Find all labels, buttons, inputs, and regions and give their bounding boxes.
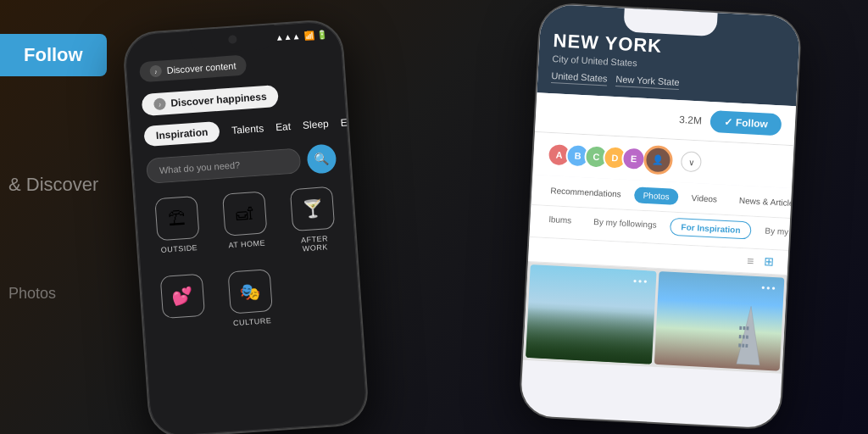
svg-rect-4 — [739, 335, 742, 338]
tab-inspiration[interactable]: For Inspiration — [670, 218, 752, 240]
search-button[interactable]: 🔍 — [306, 143, 337, 174]
checkmark-icon: ✓ — [724, 116, 733, 129]
signal-icon: ▲▲▲ — [275, 31, 300, 42]
camera-left — [228, 35, 237, 44]
svg-rect-9 — [745, 344, 748, 348]
phone-left: ▲▲▲ 📶 🔋 ♪ Discover content ♪ Discover ha… — [122, 19, 370, 434]
background-follow-button[interactable]: Follow — [0, 34, 107, 76]
tag-talents[interactable]: Talents — [231, 122, 264, 136]
dropdown-button[interactable]: ∨ — [681, 151, 702, 172]
music-icon-2: ♪ — [153, 97, 166, 110]
search-input[interactable]: What do you need? — [146, 147, 302, 184]
grid-view-btn[interactable]: ⊞ — [764, 254, 775, 269]
after-work-icon: 🍸 — [290, 186, 335, 231]
avatar-5: E — [621, 147, 646, 171]
tag-inspiration[interactable]: Inspiration — [143, 121, 220, 147]
photo-2-dots: ••• — [761, 281, 777, 294]
photo-1-trees — [526, 307, 654, 364]
phone-right: NEW YORK City of United States United St… — [518, 2, 802, 431]
discover-header: ♪ Discover content — [139, 49, 330, 83]
background-discover-text: & Discover — [0, 174, 98, 196]
icon-after-work[interactable]: 🍸 AFTER WORK — [284, 186, 342, 253]
culture-icon: 🎭 — [227, 269, 272, 314]
photos-grid: ••• ••• — [523, 262, 787, 374]
icon-culture[interactable]: 🎭 CULTURE — [221, 269, 279, 328]
left-phone-content: ♪ Discover content ♪ Discover happiness … — [125, 42, 361, 341]
music-icon: ♪ — [149, 64, 162, 77]
tab-followings[interactable]: By my followings — [585, 213, 665, 235]
tab-albums[interactable]: lbums — [540, 211, 581, 231]
tab-recommendations[interactable]: Recommendations — [542, 182, 630, 203]
avatar-main: 👤 — [643, 145, 674, 175]
wifi-icon: 📶 — [303, 31, 314, 41]
svg-rect-1 — [739, 326, 742, 330]
svg-rect-7 — [738, 343, 741, 347]
tab-videos[interactable]: Videos — [682, 189, 726, 208]
flatiron-svg — [725, 300, 775, 370]
location-tag-us[interactable]: United States — [551, 70, 608, 86]
discover-content-label: Discover content — [166, 60, 236, 75]
list-view-btn[interactable]: ≡ — [747, 253, 754, 267]
culture-label: CULTURE — [233, 316, 272, 327]
battery-icon: 🔋 — [317, 30, 328, 40]
svg-rect-6 — [746, 335, 748, 338]
discover-happiness-pill[interactable]: ♪ Discover happiness — [142, 85, 280, 116]
follow-button-right[interactable]: ✓ Follow — [709, 110, 782, 136]
outside-label: OUTSIDE — [160, 243, 198, 254]
svg-rect-3 — [746, 326, 748, 330]
followers-count: 3.2M — [679, 114, 702, 126]
discover-happiness-row: ♪ Discover happiness — [142, 81, 332, 117]
tag-eat[interactable]: Eat — [275, 120, 292, 133]
tags-row: Inspiration Talents Eat Sleep Events — [143, 114, 334, 147]
icons-grid: ⛱ OUTSIDE 🛋 AT HOME 🍸 AFTER WORK 💕 🎭 CUL… — [148, 186, 347, 332]
background-photos-text: Photos — [8, 285, 56, 303]
search-row: What do you need? 🔍 — [146, 143, 337, 186]
notch-right — [623, 8, 717, 36]
follow-label: Follow — [736, 117, 769, 131]
at-home-icon: 🛋 — [222, 191, 267, 236]
discover-content-pill[interactable]: ♪ Discover content — [139, 55, 247, 83]
tab-news[interactable]: News & Articles — [731, 192, 792, 212]
icon-outside[interactable]: ⛱ OUTSIDE — [148, 195, 207, 263]
icon-at-home[interactable]: 🛋 AT HOME — [216, 191, 275, 259]
icon-hearts[interactable]: 💕 — [154, 273, 212, 332]
outside-icon: ⛱ — [154, 196, 199, 241]
svg-rect-5 — [743, 335, 745, 338]
location-tags: United States New York State — [551, 70, 783, 95]
discover-happiness-label: Discover happiness — [170, 91, 267, 109]
svg-rect-2 — [743, 326, 745, 330]
photo-1-dots: ••• — [632, 275, 648, 287]
tab-photos[interactable]: Photos — [634, 186, 678, 205]
after-work-label: AFTER WORK — [287, 233, 342, 253]
tag-sleep[interactable]: Sleep — [303, 118, 330, 131]
photo-1[interactable]: ••• — [526, 264, 656, 364]
tab-friends[interactable]: By my friend — [756, 222, 790, 243]
svg-rect-8 — [742, 344, 744, 348]
at-home-label: AT HOME — [228, 238, 265, 249]
location-tag-ny[interactable]: New York State — [615, 74, 680, 90]
photo-2[interactable]: ••• — [654, 271, 784, 371]
hearts-icon: 💕 — [160, 274, 205, 319]
